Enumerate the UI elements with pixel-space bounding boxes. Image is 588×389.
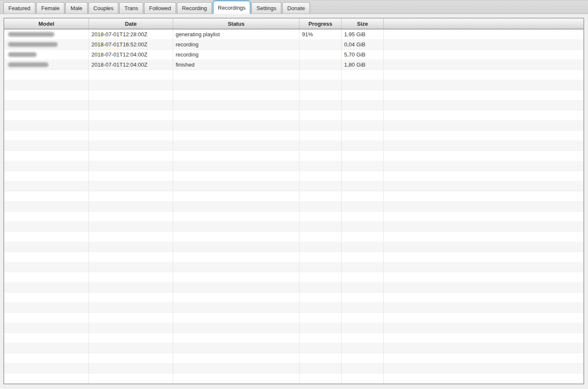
table-row-empty[interactable]	[4, 282, 583, 292]
table-row-empty[interactable]	[4, 303, 583, 313]
redacted-model-name	[8, 62, 48, 67]
cell-size	[342, 323, 384, 333]
cell-status: recording	[173, 50, 299, 60]
table-row-empty[interactable]	[4, 191, 583, 201]
table-row[interactable]: 2018-07-01T12:04:00Zrecording5,70 GiB	[4, 50, 583, 60]
table-row[interactable]: 2018-07-01T12:28:00Zgenerating playlist9…	[4, 30, 583, 40]
column-header-progress[interactable]: Progress	[299, 19, 342, 29]
tab-recording[interactable]: Recording	[177, 2, 212, 13]
tab-couples[interactable]: Couples	[88, 2, 119, 13]
tab-featured[interactable]: Featured	[3, 2, 35, 13]
cell-date: 2018-07-01T12:04:00Z	[89, 50, 173, 60]
table-row-empty[interactable]	[4, 181, 583, 191]
column-header-size[interactable]: Size	[342, 19, 384, 29]
table-row-empty[interactable]	[4, 90, 583, 100]
cell-status: finished	[173, 60, 299, 70]
cell-status	[173, 353, 299, 363]
table-row-empty[interactable]	[4, 110, 583, 121]
table-row[interactable]: 2018-07-01T12:04:00Zfinished1,80 GiB	[4, 60, 583, 70]
table-row[interactable]: 2018-07-01T16:52:00Zrecording0,04 GiB	[4, 40, 583, 50]
table-row-empty[interactable]	[4, 201, 583, 212]
cell-date	[89, 121, 173, 131]
table-row-empty[interactable]	[4, 373, 583, 384]
table-row-empty[interactable]	[4, 252, 583, 262]
cell-status	[173, 242, 299, 252]
tab-donate[interactable]: Donate	[282, 2, 310, 13]
table-row-empty[interactable]	[4, 242, 583, 252]
cell-filler	[384, 212, 583, 222]
cell-filler	[384, 121, 583, 131]
cell-model	[4, 323, 89, 333]
cell-filler	[384, 90, 583, 100]
cell-date	[89, 212, 173, 222]
table-row-empty[interactable]	[4, 333, 583, 343]
column-header-status[interactable]: Status	[173, 19, 299, 29]
table-row-empty[interactable]	[4, 343, 583, 353]
cell-date	[89, 171, 173, 181]
cell-date	[89, 353, 173, 363]
table-row-empty[interactable]	[4, 151, 583, 161]
table-row-empty[interactable]	[4, 272, 583, 282]
cell-status	[173, 121, 299, 131]
recordings-table: ModelDateStatusProgressSize 2018-07-01T1…	[3, 18, 584, 384]
table-row-empty[interactable]	[4, 121, 583, 131]
table-row-empty[interactable]	[4, 100, 583, 110]
cell-progress	[299, 252, 342, 262]
cell-filler	[384, 30, 583, 40]
cell-size	[342, 343, 384, 353]
cell-status	[173, 110, 299, 121]
column-header-date[interactable]: Date	[89, 19, 173, 29]
cell-size: 1,80 GiB	[342, 60, 384, 70]
cell-date	[89, 70, 173, 80]
cell-date	[89, 292, 173, 303]
table-row-empty[interactable]	[4, 222, 583, 232]
table-row-empty[interactable]	[4, 171, 583, 181]
cell-progress: 91%	[299, 30, 342, 40]
table-row-empty[interactable]	[4, 363, 583, 373]
table-row-empty[interactable]	[4, 313, 583, 323]
cell-filler	[384, 303, 583, 313]
cell-model	[4, 292, 89, 303]
cell-date	[89, 343, 173, 353]
cell-filler	[384, 262, 583, 272]
tab-bar: FeaturedFemaleMaleCouplesTransFollowedRe…	[0, 0, 588, 14]
cell-date	[89, 90, 173, 100]
cell-date	[89, 363, 173, 373]
tab-female[interactable]: Female	[36, 2, 64, 13]
cell-date	[89, 191, 173, 201]
tab-recordings[interactable]: Recordings	[213, 0, 251, 14]
cell-filler	[384, 343, 583, 353]
cell-progress	[299, 201, 342, 212]
table-row-empty[interactable]	[4, 131, 583, 141]
tab-trans[interactable]: Trans	[119, 2, 143, 13]
table-row-empty[interactable]	[4, 353, 583, 363]
cell-model	[4, 90, 89, 100]
table-row-empty[interactable]	[4, 262, 583, 272]
tab-followed[interactable]: Followed	[144, 2, 176, 13]
table-row-empty[interactable]	[4, 70, 583, 80]
cell-progress	[299, 323, 342, 333]
table-row-empty[interactable]	[4, 161, 583, 171]
cell-filler	[384, 181, 583, 191]
table-row-empty[interactable]	[4, 141, 583, 151]
cell-filler	[384, 232, 583, 242]
cell-status	[173, 100, 299, 110]
cell-model	[4, 141, 89, 151]
cell-progress	[299, 80, 342, 90]
tab-settings[interactable]: Settings	[251, 2, 281, 13]
cell-size	[342, 232, 384, 242]
tab-male[interactable]: Male	[65, 2, 87, 13]
table-row-empty[interactable]	[4, 292, 583, 303]
cell-size	[342, 212, 384, 222]
cell-date	[89, 252, 173, 262]
cell-progress	[299, 212, 342, 222]
table-row-empty[interactable]	[4, 80, 583, 90]
cell-filler	[384, 131, 583, 141]
cell-size	[342, 161, 384, 171]
table-row-empty[interactable]	[4, 232, 583, 242]
cell-status	[173, 90, 299, 100]
table-row-empty[interactable]	[4, 212, 583, 222]
column-header-model[interactable]: Model	[4, 19, 89, 29]
cell-size: 5,70 GiB	[342, 50, 384, 60]
table-row-empty[interactable]	[4, 323, 583, 333]
